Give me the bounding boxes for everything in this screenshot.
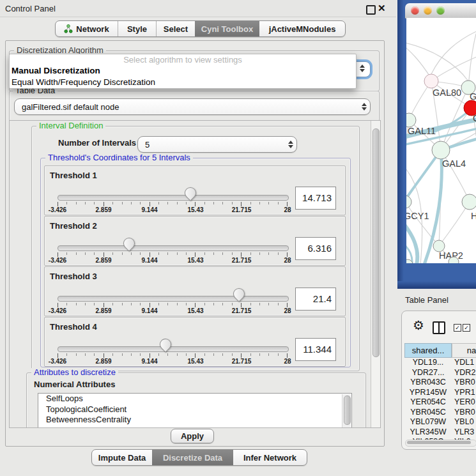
tick-label: 21.715	[232, 307, 252, 314]
list-item[interactable]: TopologicalCoefficient	[38, 404, 351, 415]
tick-label: 28	[284, 307, 291, 314]
tick-label: 28	[284, 257, 291, 264]
tick-mark	[131, 252, 132, 255]
tick-mark	[278, 202, 279, 204]
tab-network-label: Network	[76, 24, 109, 34]
tab-select[interactable]: Select	[156, 21, 195, 36]
cell-name: YLR3	[452, 427, 476, 438]
tick-mark	[195, 202, 196, 206]
table-horizontal-scrollbar[interactable]	[405, 440, 476, 447]
tab-infer-network[interactable]: Infer Network	[233, 450, 307, 465]
dropdown-option-equal-width[interactable]: Equal Width/Frequency Discretization	[10, 77, 356, 88]
network-canvas[interactable]: GAL80GACGAL11GAL4GCY1HHAP2	[406, 18, 476, 263]
tick-mark	[241, 252, 242, 257]
cell-name: YPR1	[452, 388, 476, 398]
zoom-traffic-light[interactable]	[436, 6, 445, 15]
tick-mark	[177, 353, 178, 356]
split-columns-icon[interactable]	[433, 321, 445, 334]
threshold-value-field[interactable]: 11.344	[295, 338, 336, 361]
list-item[interactable]: SelfLoops	[38, 394, 351, 404]
gear-icon[interactable]: ⚙	[413, 319, 424, 332]
tick-mark	[268, 252, 269, 255]
network-node-H[interactable]	[462, 194, 476, 210]
dropdown-placeholder[interactable]: Select algorithm to view settings	[10, 54, 356, 65]
tick-label: 15.43	[187, 257, 203, 264]
panel-scrollbar[interactable]	[371, 121, 381, 427]
tick-mark	[112, 202, 113, 204]
tick-mark	[268, 353, 269, 356]
node-label: GAL11	[408, 126, 436, 136]
tick-mark	[66, 202, 67, 204]
list-scrollbar-thumb[interactable]	[344, 395, 351, 425]
threshold-value-field[interactable]: 14.713	[295, 187, 336, 210]
tick-mark	[222, 303, 223, 305]
list-scrollbar[interactable]	[342, 394, 351, 428]
table-row[interactable]: YPR145WYPR1	[404, 388, 476, 398]
threshold-slider-track[interactable]	[58, 296, 289, 302]
cell-name: YBR0	[452, 378, 476, 388]
column-header-name[interactable]: na	[452, 343, 476, 358]
tab-network[interactable]: Network	[56, 21, 118, 36]
tab-cyni-toolbox-label: Cyni Toolbox	[201, 24, 253, 34]
table-row[interactable]: YBR043CYBR0	[404, 378, 476, 388]
tick-mark	[278, 353, 279, 356]
threshold-value-field[interactable]: 21.4	[295, 288, 336, 311]
close-icon[interactable]: ✕	[378, 3, 386, 14]
table-row[interactable]: YBL079WYBL0	[404, 417, 476, 427]
tick-mark	[167, 202, 168, 204]
tick-label: -3.426	[49, 206, 66, 213]
table-row[interactable]: YDR27...YDR2	[404, 368, 476, 378]
table-row[interactable]: YBR045CYBR0	[404, 408, 476, 418]
tab-style[interactable]: Style	[118, 21, 156, 36]
table-row[interactable]: YDL19...YDL1	[404, 358, 476, 368]
threshold-slider-track[interactable]	[58, 195, 289, 201]
minimize-traffic-light[interactable]	[424, 6, 432, 15]
close-traffic-light[interactable]	[411, 6, 419, 15]
tick-mark	[58, 202, 58, 206]
tick-mark	[186, 252, 187, 255]
tab-style-label: Style	[127, 24, 147, 34]
threshold-slider-track[interactable]	[58, 346, 289, 352]
checkbox-icon[interactable]: ✓	[454, 324, 461, 332]
tick-mark	[259, 353, 260, 356]
tick-mark	[76, 252, 77, 255]
network-icon	[64, 24, 73, 33]
tab-cyni-toolbox[interactable]: Cyni Toolbox	[195, 21, 259, 36]
network-node-GAL80[interactable]	[424, 74, 438, 88]
table-hscroll-thumb[interactable]	[407, 441, 471, 444]
tick-label: 9.144	[141, 358, 157, 365]
table-row[interactable]: YLR345WYLR3	[404, 427, 476, 438]
list-item[interactable]: BetweennessCentrality	[38, 415, 351, 426]
threshold-value-field[interactable]: 6.316	[295, 237, 336, 260]
network-graph[interactable]: GAL80GACGAL11GAL4GCY1HHAP2	[406, 18, 476, 263]
threshold-slider-track[interactable]	[58, 245, 289, 251]
network-window-titlebar[interactable]	[405, 3, 476, 19]
tab-discretize-data[interactable]: Discretize Data	[152, 450, 233, 465]
cell-shared-name: YDR27...	[404, 368, 452, 378]
tick-mark	[232, 303, 233, 305]
checkbox-icon[interactable]: ✓	[463, 324, 470, 332]
panel-scrollbar-thumb[interactable]	[372, 128, 380, 357]
network-node-GAL4[interactable]	[432, 141, 450, 159]
tick-mark	[76, 353, 77, 356]
network-node-GCY1[interactable]	[406, 196, 411, 208]
dropdown-option-manual[interactable]: Manual Discretization	[10, 65, 356, 77]
attribute-items: SelfLoopsTopologicalCoefficientBetweenne…	[38, 394, 351, 426]
apply-button[interactable]: Apply	[171, 429, 214, 443]
tick-label: 2.859	[95, 257, 111, 264]
table-data-value: galFiltered.sif default node	[15, 102, 358, 112]
column-header-shared-name[interactable]: shared...	[404, 343, 452, 358]
tab-jactivemnodules[interactable]: jActiveMNodules	[259, 21, 345, 36]
tick-mark	[150, 252, 150, 257]
table-data-combobox[interactable]: galFiltered.sif default node	[14, 98, 371, 115]
float-window-icon[interactable]	[366, 5, 376, 15]
cell-shared-name: YBL079W	[404, 417, 452, 427]
numerical-attributes-list[interactable]: SelfLoopsTopologicalCoefficientBetweenne…	[38, 393, 352, 428]
number-of-intervals-combobox[interactable]: 5	[137, 136, 297, 153]
cell-name: YBR0	[452, 408, 476, 418]
tab-impute-data[interactable]: Impute Data	[92, 450, 152, 465]
tick-mark	[241, 353, 242, 358]
cell-name: YER0	[452, 397, 476, 408]
node-label: GAL4	[442, 158, 466, 169]
table-row[interactable]: YER054CYER0	[404, 397, 476, 408]
